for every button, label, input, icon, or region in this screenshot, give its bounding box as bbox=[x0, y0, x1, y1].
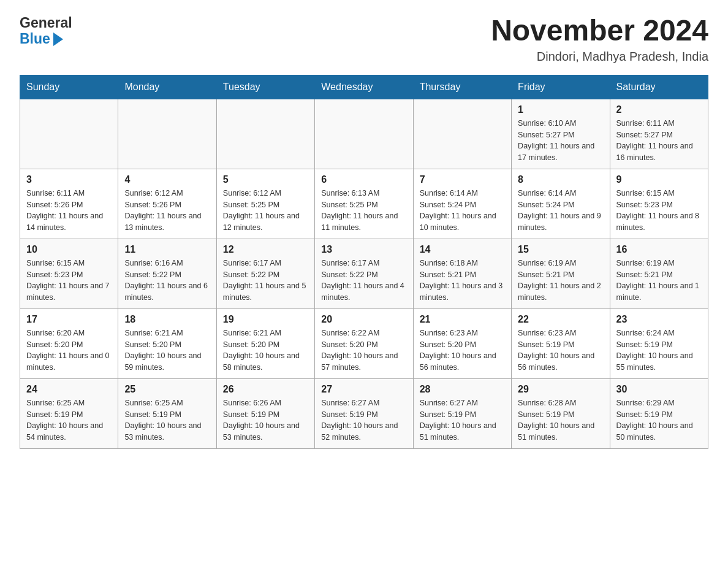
calendar-table: SundayMondayTuesdayWednesdayThursdayFrid… bbox=[20, 75, 708, 449]
calendar-cell: 29Sunrise: 6:28 AMSunset: 5:19 PMDayligh… bbox=[512, 378, 610, 448]
day-info: Sunrise: 6:24 AMSunset: 5:19 PMDaylight:… bbox=[616, 327, 702, 373]
day-info: Sunrise: 6:25 AMSunset: 5:19 PMDaylight:… bbox=[124, 397, 210, 443]
day-number: 13 bbox=[321, 244, 406, 255]
calendar-cell bbox=[216, 99, 314, 169]
week-row-2: 3Sunrise: 6:11 AMSunset: 5:26 PMDaylight… bbox=[20, 169, 708, 239]
day-info: Sunrise: 6:21 AMSunset: 5:20 PMDaylight:… bbox=[124, 327, 210, 373]
day-info: Sunrise: 6:25 AMSunset: 5:19 PMDaylight:… bbox=[26, 397, 112, 443]
calendar-cell: 15Sunrise: 6:19 AMSunset: 5:21 PMDayligh… bbox=[512, 239, 610, 308]
day-number: 23 bbox=[616, 314, 702, 325]
location-subtitle: Dindori, Madhya Pradesh, India bbox=[491, 50, 708, 64]
day-number: 2 bbox=[616, 104, 702, 115]
logo: General Blue bbox=[20, 15, 72, 47]
day-number: 20 bbox=[321, 314, 406, 325]
day-number: 8 bbox=[518, 174, 603, 185]
weekday-header-sunday: Sunday bbox=[20, 75, 118, 99]
day-number: 18 bbox=[124, 314, 210, 325]
calendar-cell: 8Sunrise: 6:14 AMSunset: 5:24 PMDaylight… bbox=[512, 169, 610, 239]
day-info: Sunrise: 6:18 AMSunset: 5:21 PMDaylight:… bbox=[420, 258, 505, 304]
weekday-header-wednesday: Wednesday bbox=[315, 75, 413, 99]
day-number: 6 bbox=[321, 174, 406, 185]
day-info: Sunrise: 6:22 AMSunset: 5:20 PMDaylight:… bbox=[321, 327, 406, 373]
day-number: 29 bbox=[518, 384, 603, 395]
calendar-cell bbox=[413, 99, 511, 169]
page-header: General Blue November 2024 Dindori, Madh… bbox=[20, 15, 708, 64]
calendar-cell: 12Sunrise: 6:17 AMSunset: 5:22 PMDayligh… bbox=[216, 239, 314, 308]
day-info: Sunrise: 6:11 AMSunset: 5:26 PMDaylight:… bbox=[26, 188, 112, 234]
title-block: November 2024 Dindori, Madhya Pradesh, I… bbox=[491, 15, 708, 64]
calendar-cell: 21Sunrise: 6:23 AMSunset: 5:20 PMDayligh… bbox=[413, 308, 511, 378]
logo-arrow-icon bbox=[53, 33, 63, 46]
day-info: Sunrise: 6:10 AMSunset: 5:27 PMDaylight:… bbox=[518, 118, 603, 164]
day-info: Sunrise: 6:29 AMSunset: 5:19 PMDaylight:… bbox=[616, 397, 702, 443]
day-info: Sunrise: 6:21 AMSunset: 5:20 PMDaylight:… bbox=[223, 327, 308, 373]
day-info: Sunrise: 6:13 AMSunset: 5:25 PMDaylight:… bbox=[321, 188, 406, 234]
day-number: 10 bbox=[26, 244, 112, 255]
weekday-header-friday: Friday bbox=[512, 75, 610, 99]
day-info: Sunrise: 6:23 AMSunset: 5:20 PMDaylight:… bbox=[420, 327, 505, 373]
calendar-cell bbox=[315, 99, 413, 169]
day-info: Sunrise: 6:12 AMSunset: 5:25 PMDaylight:… bbox=[223, 188, 308, 234]
calendar-cell: 14Sunrise: 6:18 AMSunset: 5:21 PMDayligh… bbox=[413, 239, 511, 308]
calendar-cell: 28Sunrise: 6:27 AMSunset: 5:19 PMDayligh… bbox=[413, 378, 511, 448]
day-info: Sunrise: 6:14 AMSunset: 5:24 PMDaylight:… bbox=[518, 188, 603, 234]
calendar-cell: 10Sunrise: 6:15 AMSunset: 5:23 PMDayligh… bbox=[20, 239, 118, 308]
day-info: Sunrise: 6:15 AMSunset: 5:23 PMDaylight:… bbox=[26, 258, 112, 304]
day-info: Sunrise: 6:19 AMSunset: 5:21 PMDaylight:… bbox=[616, 258, 702, 304]
logo-blue: Blue bbox=[20, 31, 72, 47]
day-info: Sunrise: 6:28 AMSunset: 5:19 PMDaylight:… bbox=[518, 397, 603, 443]
weekday-header-monday: Monday bbox=[118, 75, 216, 99]
weekday-header-row: SundayMondayTuesdayWednesdayThursdayFrid… bbox=[20, 75, 708, 99]
calendar-cell: 27Sunrise: 6:27 AMSunset: 5:19 PMDayligh… bbox=[315, 378, 413, 448]
day-number: 1 bbox=[518, 104, 603, 115]
calendar-cell: 17Sunrise: 6:20 AMSunset: 5:20 PMDayligh… bbox=[20, 308, 118, 378]
weekday-header-saturday: Saturday bbox=[610, 75, 708, 99]
week-row-4: 17Sunrise: 6:20 AMSunset: 5:20 PMDayligh… bbox=[20, 308, 708, 378]
weekday-header-thursday: Thursday bbox=[413, 75, 511, 99]
calendar-cell: 11Sunrise: 6:16 AMSunset: 5:22 PMDayligh… bbox=[118, 239, 216, 308]
day-number: 4 bbox=[124, 174, 210, 185]
day-info: Sunrise: 6:17 AMSunset: 5:22 PMDaylight:… bbox=[321, 258, 406, 304]
day-number: 30 bbox=[616, 384, 702, 395]
day-info: Sunrise: 6:15 AMSunset: 5:23 PMDaylight:… bbox=[616, 188, 702, 234]
day-info: Sunrise: 6:14 AMSunset: 5:24 PMDaylight:… bbox=[420, 188, 505, 234]
day-number: 26 bbox=[223, 384, 308, 395]
day-info: Sunrise: 6:19 AMSunset: 5:21 PMDaylight:… bbox=[518, 258, 603, 304]
calendar-cell: 23Sunrise: 6:24 AMSunset: 5:19 PMDayligh… bbox=[610, 308, 708, 378]
calendar-cell: 20Sunrise: 6:22 AMSunset: 5:20 PMDayligh… bbox=[315, 308, 413, 378]
day-number: 19 bbox=[223, 314, 308, 325]
month-title: November 2024 bbox=[491, 15, 708, 47]
day-number: 7 bbox=[420, 174, 505, 185]
day-number: 14 bbox=[420, 244, 505, 255]
day-number: 27 bbox=[321, 384, 406, 395]
day-number: 25 bbox=[124, 384, 210, 395]
day-info: Sunrise: 6:27 AMSunset: 5:19 PMDaylight:… bbox=[420, 397, 505, 443]
week-row-3: 10Sunrise: 6:15 AMSunset: 5:23 PMDayligh… bbox=[20, 239, 708, 308]
calendar-cell bbox=[20, 99, 118, 169]
day-info: Sunrise: 6:23 AMSunset: 5:19 PMDaylight:… bbox=[518, 327, 603, 373]
day-number: 5 bbox=[223, 174, 308, 185]
day-info: Sunrise: 6:20 AMSunset: 5:20 PMDaylight:… bbox=[26, 327, 112, 373]
logo-general: General bbox=[20, 15, 72, 31]
day-info: Sunrise: 6:17 AMSunset: 5:22 PMDaylight:… bbox=[223, 258, 308, 304]
calendar-cell: 2Sunrise: 6:11 AMSunset: 5:27 PMDaylight… bbox=[610, 99, 708, 169]
day-number: 12 bbox=[223, 244, 308, 255]
calendar-cell: 30Sunrise: 6:29 AMSunset: 5:19 PMDayligh… bbox=[610, 378, 708, 448]
calendar-cell: 6Sunrise: 6:13 AMSunset: 5:25 PMDaylight… bbox=[315, 169, 413, 239]
calendar-cell: 25Sunrise: 6:25 AMSunset: 5:19 PMDayligh… bbox=[118, 378, 216, 448]
calendar-cell: 19Sunrise: 6:21 AMSunset: 5:20 PMDayligh… bbox=[216, 308, 314, 378]
calendar-cell: 5Sunrise: 6:12 AMSunset: 5:25 PMDaylight… bbox=[216, 169, 314, 239]
day-info: Sunrise: 6:26 AMSunset: 5:19 PMDaylight:… bbox=[223, 397, 308, 443]
day-number: 21 bbox=[420, 314, 505, 325]
calendar-cell: 7Sunrise: 6:14 AMSunset: 5:24 PMDaylight… bbox=[413, 169, 511, 239]
day-number: 24 bbox=[26, 384, 112, 395]
calendar-cell: 4Sunrise: 6:12 AMSunset: 5:26 PMDaylight… bbox=[118, 169, 216, 239]
day-info: Sunrise: 6:11 AMSunset: 5:27 PMDaylight:… bbox=[616, 118, 702, 164]
week-row-1: 1Sunrise: 6:10 AMSunset: 5:27 PMDaylight… bbox=[20, 99, 708, 169]
day-number: 28 bbox=[420, 384, 505, 395]
calendar-cell: 1Sunrise: 6:10 AMSunset: 5:27 PMDaylight… bbox=[512, 99, 610, 169]
calendar-cell: 9Sunrise: 6:15 AMSunset: 5:23 PMDaylight… bbox=[610, 169, 708, 239]
calendar-cell: 26Sunrise: 6:26 AMSunset: 5:19 PMDayligh… bbox=[216, 378, 314, 448]
calendar-cell bbox=[118, 99, 216, 169]
calendar-cell: 13Sunrise: 6:17 AMSunset: 5:22 PMDayligh… bbox=[315, 239, 413, 308]
